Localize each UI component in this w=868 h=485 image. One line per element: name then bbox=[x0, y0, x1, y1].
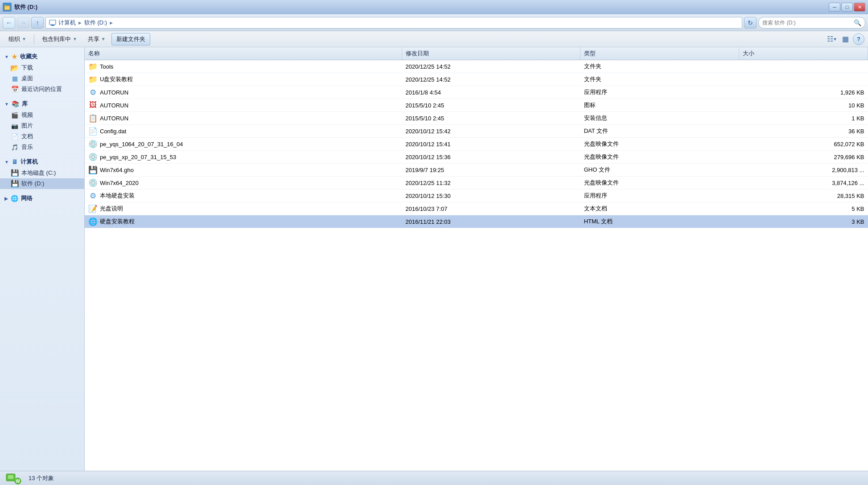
search-bar[interactable]: 🔍 bbox=[758, 17, 865, 29]
table-row[interactable]: 🌐 硬盘安装教程 2016/11/21 22:03 HTML 文档 3 KB bbox=[85, 215, 868, 228]
svg-rect-1 bbox=[4, 5, 7, 7]
file-icon: 💿 bbox=[88, 152, 97, 161]
back-button[interactable]: ← bbox=[3, 17, 15, 29]
sidebar-section-network: ▶ 🌐 网络 bbox=[0, 193, 84, 204]
sidebar-favorites-header[interactable]: ▼ ★ 收藏夹 bbox=[0, 51, 84, 62]
table-row[interactable]: 🖼 AUTORUN 2015/5/10 2:45 图标 10 KB bbox=[85, 99, 868, 112]
column-header-size[interactable]: 大小 bbox=[739, 47, 868, 60]
file-size: 279,696 KB bbox=[739, 151, 868, 164]
sidebar-item-desktop[interactable]: ▦ 桌面 bbox=[0, 73, 84, 84]
new-folder-button[interactable]: 新建文件夹 bbox=[111, 33, 150, 45]
sidebar-item-images[interactable]: 📷 图片 bbox=[0, 120, 84, 131]
up-button[interactable]: ↑ bbox=[31, 17, 44, 29]
table-row[interactable]: 📝 光盘说明 2016/10/23 7:07 文本文档 5 KB bbox=[85, 202, 868, 215]
breadcrumb-bar[interactable]: 计算机 ► 软件 (D:) ► bbox=[45, 17, 742, 29]
file-name: Tools bbox=[100, 63, 113, 70]
svg-rect-6 bbox=[8, 475, 13, 479]
file-name: Win7x64_2020 bbox=[100, 180, 139, 186]
sidebar-item-recent[interactable]: 📅 最近访问的位置 bbox=[0, 84, 84, 95]
preview-pane-button[interactable]: ▦ bbox=[839, 33, 851, 45]
file-name-cell: 🖼 AUTORUN bbox=[85, 99, 402, 112]
file-type: HTML 文档 bbox=[580, 215, 739, 228]
sidebar-network-header[interactable]: ▶ 🌐 网络 bbox=[0, 193, 84, 204]
svg-rect-4 bbox=[50, 25, 55, 26]
forward-button[interactable]: → bbox=[17, 17, 29, 29]
table-row[interactable]: 💿 pe_yqs_xp_20_07_31_15_53 2020/10/12 15… bbox=[85, 151, 868, 164]
file-name-cell: 📁 U盘安装教程 bbox=[85, 73, 402, 86]
toolbar-separator-1 bbox=[34, 34, 34, 44]
help-button[interactable]: ? bbox=[853, 33, 864, 45]
sidebar-item-downloads[interactable]: 📂 下载 bbox=[0, 62, 84, 73]
sidebar-item-drive-d[interactable]: 💾 软件 (D:) bbox=[0, 178, 84, 189]
view-dropdown-button[interactable]: ☷▼ bbox=[826, 33, 838, 45]
sidebar-downloads-label: 下载 bbox=[21, 64, 33, 72]
organize-chevron-icon: ▼ bbox=[22, 37, 26, 41]
include-library-button[interactable]: 包含到库中 ▼ bbox=[37, 33, 82, 45]
file-name-cell: 💾 Win7x64.gho bbox=[85, 164, 402, 177]
breadcrumb-computer[interactable]: 计算机 bbox=[58, 19, 76, 27]
table-row[interactable]: 📁 U盘安装教程 2020/12/25 14:52 文件夹 bbox=[85, 73, 868, 86]
table-row[interactable]: 💾 Win7x64.gho 2019/9/7 19:25 GHO 文件 2,90… bbox=[85, 164, 868, 177]
table-row[interactable]: ⚙ AUTORUN 2016/1/8 4:54 应用程序 1,926 KB bbox=[85, 86, 868, 99]
sidebar-item-drive-c[interactable]: 💾 本地磁盘 (C:) bbox=[0, 168, 84, 178]
music-icon: 🎵 bbox=[11, 143, 19, 151]
computer-expand-icon: ▼ bbox=[4, 160, 9, 164]
file-icon: 🖼 bbox=[88, 101, 97, 110]
minimize-button[interactable]: ─ bbox=[829, 3, 840, 12]
share-button[interactable]: 共享 ▼ bbox=[83, 33, 111, 45]
table-row[interactable]: 📋 AUTORUN 2015/5/10 2:45 安装信息 1 KB bbox=[85, 112, 868, 125]
file-date: 2019/9/7 19:25 bbox=[402, 164, 580, 177]
file-list-header: 名称 修改日期 类型 大小 bbox=[85, 47, 868, 60]
file-name-cell: 💿 Win7x64_2020 bbox=[85, 177, 402, 189]
sidebar-computer-header[interactable]: ▼ 🖥 计算机 bbox=[0, 156, 84, 168]
table-row[interactable]: 💿 Win7x64_2020 2020/12/25 11:32 光盘映像文件 3… bbox=[85, 177, 868, 189]
file-icon: 💿 bbox=[88, 140, 97, 148]
titlebar-title: 软件 (D:) bbox=[14, 3, 37, 11]
file-name: Win7x64.gho bbox=[100, 167, 134, 173]
breadcrumb-sep2: ► bbox=[109, 20, 114, 25]
file-name: Config.dat bbox=[100, 128, 126, 135]
maximize-button[interactable]: □ bbox=[841, 3, 853, 12]
file-size: 28,315 KB bbox=[739, 189, 868, 202]
file-name-cell: 💿 pe_yqs_xp_20_07_31_15_53 bbox=[85, 151, 402, 164]
column-header-name[interactable]: 名称 bbox=[85, 47, 402, 60]
network-expand-icon: ▶ bbox=[4, 196, 8, 201]
sidebar-library-header[interactable]: ▼ 📚 库 bbox=[0, 98, 84, 110]
table-row[interactable]: ⚙ 本地硬盘安装 2020/10/12 15:30 应用程序 28,315 KB bbox=[85, 189, 868, 202]
sidebar-section-computer: ▼ 🖥 计算机 💾 本地磁盘 (C:) 💾 软件 (D:) bbox=[0, 156, 84, 189]
sidebar-item-docs[interactable]: 📄 文档 bbox=[0, 131, 84, 142]
include-chevron-icon: ▼ bbox=[73, 37, 77, 41]
file-type: 图标 bbox=[580, 99, 739, 112]
organize-button[interactable]: 组织 ▼ bbox=[4, 33, 31, 45]
file-name-cell: 📁 Tools bbox=[85, 60, 402, 73]
close-button[interactable]: ✕ bbox=[854, 3, 865, 12]
table-row[interactable]: 📁 Tools 2020/12/25 14:52 文件夹 bbox=[85, 60, 868, 73]
file-date: 2020/12/25 14:52 bbox=[402, 73, 580, 86]
table-row[interactable]: 💿 pe_yqs_1064_20_07_31_16_04 2020/10/12 … bbox=[85, 138, 868, 151]
file-name-cell: 📄 Config.dat bbox=[85, 125, 402, 138]
search-icon[interactable]: 🔍 bbox=[854, 19, 861, 26]
file-date: 2020/10/12 15:36 bbox=[402, 151, 580, 164]
file-type: 文本文档 bbox=[580, 202, 739, 215]
sidebar-section-favorites: ▼ ★ 收藏夹 📂 下载 ▦ 桌面 📅 最近访问的位置 bbox=[0, 51, 84, 95]
content-area: 名称 修改日期 类型 大小 📁 Tools 2020/12/25 14:52 文… bbox=[85, 47, 868, 471]
network-icon: 🌐 bbox=[11, 195, 18, 202]
toolbar-right: ☷▼ ▦ ? bbox=[826, 33, 864, 45]
breadcrumb-drive[interactable]: 软件 (D:) bbox=[84, 19, 107, 27]
refresh-button[interactable]: ↻ bbox=[744, 17, 757, 29]
drive-d-icon: 💾 bbox=[11, 180, 19, 188]
file-icon: 💿 bbox=[88, 178, 97, 187]
file-date: 2020/10/12 15:42 bbox=[402, 125, 580, 138]
sidebar-item-music[interactable]: 🎵 音乐 bbox=[0, 142, 84, 152]
file-name-cell: 🌐 硬盘安装教程 bbox=[85, 215, 402, 228]
column-header-type[interactable]: 类型 bbox=[580, 47, 739, 60]
table-row[interactable]: 📄 Config.dat 2020/10/12 15:42 DAT 文件 36 … bbox=[85, 125, 868, 138]
file-date: 2020/10/12 15:30 bbox=[402, 189, 580, 202]
file-icon: 📁 bbox=[88, 62, 97, 71]
file-icon: ⚙ bbox=[88, 88, 97, 97]
status-count: 13 个对象 bbox=[29, 474, 54, 482]
sidebar-item-video[interactable]: 🎬 视频 bbox=[0, 110, 84, 120]
column-header-date[interactable]: 修改日期 bbox=[402, 47, 580, 60]
file-name-cell: 📝 光盘说明 bbox=[85, 202, 402, 215]
search-input[interactable] bbox=[762, 20, 852, 26]
